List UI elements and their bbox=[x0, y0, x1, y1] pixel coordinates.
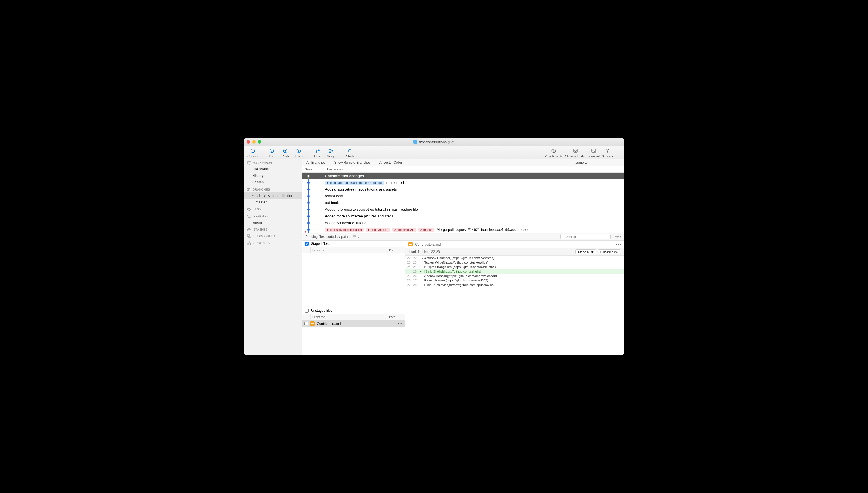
sidebar-section-remotes[interactable]: REMOTES bbox=[244, 212, 302, 219]
discard-hunk-button[interactable]: Discard hunk bbox=[598, 249, 621, 254]
sidebar-item-origin[interactable]: › origin bbox=[244, 219, 302, 226]
files-panel: Staged files Filename Path Unstaged file… bbox=[302, 241, 405, 355]
minimize-window-icon[interactable] bbox=[252, 140, 255, 144]
branch-button[interactable]: Branch bbox=[312, 148, 323, 158]
sidebar-section-workspace[interactable]: WORKSPACE bbox=[244, 159, 302, 166]
svg-point-8 bbox=[329, 152, 331, 153]
graph-dot-icon bbox=[307, 229, 310, 231]
search-input[interactable] bbox=[560, 234, 611, 239]
commit-row[interactable]: Added Sourcetree Tutorial bbox=[302, 220, 624, 227]
svg-rect-13 bbox=[592, 149, 596, 152]
sidebar-section-branches[interactable]: BRANCHES bbox=[244, 185, 302, 193]
order-dropdown[interactable]: Ancestor Order⌄ bbox=[379, 160, 406, 165]
graph-dot-icon bbox=[307, 222, 310, 224]
sidebar-item-search[interactable]: Search bbox=[244, 179, 302, 185]
sidebar-item-add-sally-to-contibution[interactable]: add-sally-to-contibution bbox=[244, 193, 302, 199]
commit-message: Added more sourcetree pictures and steps bbox=[325, 214, 394, 218]
commit-message: Uncommitted changes bbox=[325, 174, 364, 178]
svg-point-28 bbox=[327, 229, 328, 229]
commit-row[interactable]: Added reference to sourcetree tutorial i… bbox=[302, 206, 624, 213]
options-gear-dropdown[interactable]: ▾ bbox=[615, 235, 621, 239]
maximize-window-icon[interactable] bbox=[258, 140, 261, 144]
commit-row[interactable]: add-sally-to-contibutionorigin/masterori… bbox=[302, 227, 624, 233]
unstaged-all-checkbox[interactable] bbox=[305, 308, 309, 313]
svg-point-7 bbox=[329, 149, 331, 150]
diff-content: 2222 - [Anthony Campbell](https://github… bbox=[405, 256, 624, 287]
staged-all-checkbox[interactable] bbox=[305, 242, 309, 246]
commit-row[interactable]: Uncommitted changes bbox=[302, 173, 624, 179]
filter-bar: All Branches⌄ Show Remote Branches⌄ Ance… bbox=[302, 159, 624, 167]
stage-hunk-button[interactable]: Stage hunk bbox=[576, 249, 596, 254]
terminal-button[interactable]: Terminal bbox=[588, 148, 600, 158]
diff-line[interactable]: 2424 - [Nirliptha Bangalore](https://git… bbox=[405, 265, 624, 269]
view-remote-button[interactable]: View Remote bbox=[545, 148, 563, 158]
sidebar-section-stashes[interactable]: STASHES bbox=[244, 226, 302, 232]
svg-point-32 bbox=[395, 229, 395, 229]
svg-rect-20 bbox=[247, 229, 251, 231]
svg-point-26 bbox=[327, 181, 328, 182]
file-checkbox[interactable] bbox=[304, 322, 308, 325]
close-window-icon[interactable] bbox=[247, 140, 250, 144]
branch-tag: origin/add-atlassian-sourcetree-tutorial bbox=[325, 181, 384, 185]
diff-more-icon[interactable]: ••• bbox=[616, 242, 621, 246]
pending-sort-dropdown[interactable]: Pending files, sorted by path⌄ bbox=[305, 235, 351, 239]
path-header: Path bbox=[387, 314, 405, 320]
stash-button[interactable]: Stash bbox=[344, 148, 356, 158]
remote-branches-dropdown[interactable]: Show Remote Branches⌄ bbox=[334, 160, 374, 165]
commit-row[interactable]: origin/add-atlassian-sourcetree-tutorial… bbox=[302, 179, 624, 186]
svg-point-23 bbox=[249, 241, 250, 242]
svg-rect-10 bbox=[349, 150, 352, 152]
diff-line[interactable]: 2627 - [Rawad Karam](https://github.com/… bbox=[405, 278, 624, 283]
down-icon bbox=[269, 148, 275, 154]
sidebar-section-tags[interactable]: TAGS bbox=[244, 206, 302, 212]
file-more-icon[interactable]: ••• bbox=[398, 322, 403, 326]
commit-message: added new bbox=[325, 194, 343, 198]
staged-files-header: Staged files bbox=[302, 241, 405, 247]
pending-bar: Pending files, sorted by path⌄ ⌄ ▾ bbox=[302, 233, 624, 241]
commit-row[interactable]: put back bbox=[302, 199, 624, 206]
file-row[interactable]: ••• Contributors.md ••• bbox=[302, 320, 405, 327]
branch-tag: master bbox=[418, 228, 435, 232]
sidebar-item-master[interactable]: master bbox=[244, 199, 302, 206]
diff-line[interactable]: 2323 - [Tucker Wilde](https://github.com… bbox=[405, 260, 624, 265]
commit-button[interactable]: Commit bbox=[247, 148, 259, 158]
merge-button[interactable]: Merge bbox=[326, 148, 337, 158]
sidebar-item-file-status[interactable]: File status bbox=[244, 166, 302, 172]
commit-row[interactable]: Added more sourcetree pictures and steps bbox=[302, 213, 624, 220]
path-header: Path bbox=[387, 247, 405, 253]
jump-to-dropdown[interactable]: Jump to:⌄ bbox=[576, 160, 615, 165]
branches-filter-dropdown[interactable]: All Branches⌄ bbox=[307, 160, 329, 165]
sidebar-section-subtrees[interactable]: SUBTREES bbox=[244, 239, 302, 246]
svg-point-16 bbox=[248, 188, 249, 189]
titlebar: first-contributions (Git) bbox=[244, 138, 624, 146]
view-mode-dropdown[interactable]: ⌄ bbox=[353, 235, 360, 238]
diff-line[interactable]: 2728 - [Ellen Puhalovich](https://github… bbox=[405, 283, 624, 287]
branch-tag: origin/HEAD bbox=[392, 228, 416, 232]
staged-files-label: Staged files bbox=[311, 242, 329, 246]
diff-line[interactable]: 25+ - [Sally Shells](https://github.com/… bbox=[405, 269, 624, 274]
folder-icon bbox=[413, 141, 417, 144]
graph-dot-icon bbox=[307, 188, 310, 191]
sidebar-item-history[interactable]: History bbox=[244, 172, 302, 179]
show-in-finder-button[interactable]: Show in Finder bbox=[565, 148, 585, 158]
globe-icon bbox=[551, 148, 557, 154]
commit-message: Adding sourcetree macos tutorial and ass… bbox=[325, 187, 397, 191]
branch-icon bbox=[315, 148, 321, 154]
commit-row[interactable]: added new bbox=[302, 193, 624, 199]
history-columns-header: Graph Description bbox=[302, 167, 624, 173]
fetch-button[interactable]: Fetch bbox=[293, 148, 304, 158]
sidebar-section-submodules[interactable]: SUBMODULES bbox=[244, 232, 302, 239]
diff-line[interactable]: 2526 - [Andrew Kassab](https://github.co… bbox=[405, 274, 624, 278]
settings-button[interactable]: Settings bbox=[602, 148, 613, 158]
svg-rect-12 bbox=[574, 149, 577, 152]
commit-message: more tutorial bbox=[386, 180, 407, 185]
app-window: first-contributions (Git) CommitPullPush… bbox=[244, 138, 624, 355]
diff-line[interactable]: 2222 - [Anthony Campbell](https://github… bbox=[405, 256, 624, 260]
pull-button[interactable]: Pull bbox=[266, 148, 277, 158]
commit-message: put back bbox=[325, 200, 339, 205]
file-status-icon: ••• bbox=[310, 321, 315, 326]
graph-dot-icon bbox=[307, 215, 310, 217]
commit-row[interactable]: Adding sourcetree macos tutorial and ass… bbox=[302, 186, 624, 193]
push-button[interactable]: Push bbox=[280, 148, 291, 158]
staged-table-header: Filename Path bbox=[302, 247, 405, 254]
